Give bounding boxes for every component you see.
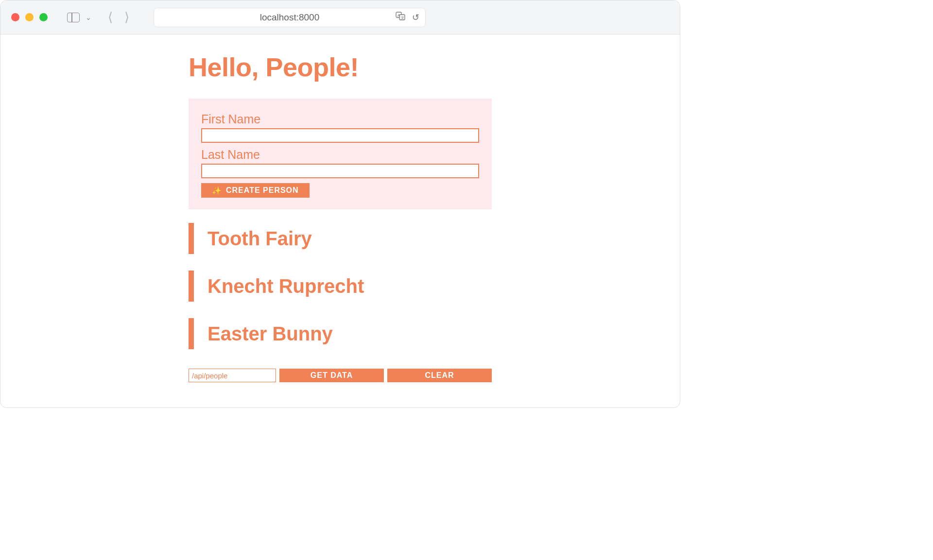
chevron-down-icon[interactable]: ⌄ xyxy=(84,14,93,21)
list-item: Easter Bunny xyxy=(189,318,492,349)
forward-button[interactable]: ⟩ xyxy=(124,10,129,25)
first-name-input[interactable] xyxy=(201,128,479,143)
last-name-input[interactable] xyxy=(201,164,479,178)
svg-text:A: A xyxy=(397,13,400,17)
close-window-button[interactable] xyxy=(11,13,19,21)
accent-bar xyxy=(189,271,194,302)
create-person-button-label: CREATE PERSON xyxy=(226,186,299,195)
list-item: Knecht Ruprecht xyxy=(189,271,492,302)
person-name: Tooth Fairy xyxy=(207,228,312,250)
api-endpoint-input[interactable] xyxy=(189,369,276,382)
page-title: Hello, People! xyxy=(189,52,492,82)
nav-arrows: ⟨ ⟩ xyxy=(108,10,129,25)
api-controls: GET DATA CLEAR xyxy=(189,369,492,382)
person-name: Knecht Ruprecht xyxy=(207,275,364,297)
reload-icon[interactable]: ↻ xyxy=(412,12,419,23)
window-controls xyxy=(11,13,48,21)
page-body: Hello, People! First Name Last Name ✨ CR… xyxy=(0,34,680,382)
last-name-label: Last Name xyxy=(201,148,479,162)
toolbar-left: ⌄ xyxy=(67,13,93,22)
people-list: Tooth Fairy Knecht Ruprecht Easter Bunny xyxy=(189,223,492,349)
accent-bar xyxy=(189,318,194,349)
sparkle-icon: ✨ xyxy=(212,186,222,195)
create-person-button[interactable]: ✨ CREATE PERSON xyxy=(201,183,310,198)
accent-bar xyxy=(189,223,194,254)
clear-button[interactable]: CLEAR xyxy=(387,369,492,382)
list-item: Tooth Fairy xyxy=(189,223,492,254)
url-text: localhost:8000 xyxy=(260,12,320,23)
create-person-form: First Name Last Name ✨ CREATE PERSON xyxy=(189,99,492,209)
minimize-window-button[interactable] xyxy=(25,13,34,21)
browser-chrome: ⌄ ⟨ ⟩ localhost:8000 A 文 ↻ xyxy=(0,0,680,34)
svg-text:文: 文 xyxy=(401,16,404,19)
get-data-button[interactable]: GET DATA xyxy=(279,369,384,382)
back-button[interactable]: ⟨ xyxy=(108,10,113,25)
sidebar-toggle-icon[interactable] xyxy=(67,13,80,22)
translate-icon[interactable]: A 文 xyxy=(396,12,405,23)
maximize-window-button[interactable] xyxy=(39,13,48,21)
person-name: Easter Bunny xyxy=(207,323,333,345)
url-bar[interactable]: localhost:8000 A 文 ↻ xyxy=(154,8,426,27)
first-name-label: First Name xyxy=(201,112,479,126)
